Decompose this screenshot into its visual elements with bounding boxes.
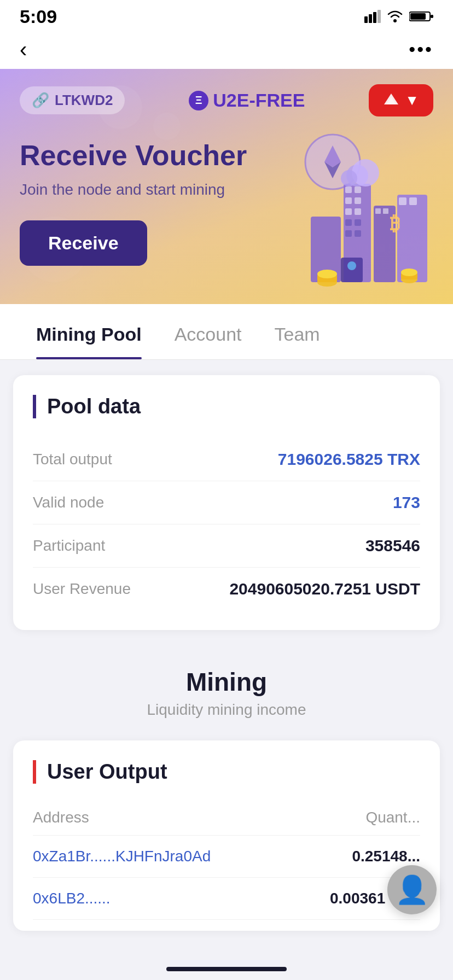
tron-logo [383,92,399,109]
avatar-icon: 👤 [395,874,429,906]
floating-avatar[interactable]: 👤 [387,865,437,914]
user-output-title: User Output [33,760,420,784]
tab-mining-pool[interactable]: Mining Pool [20,304,158,359]
svg-rect-3 [378,10,381,23]
valid-node-row: Valid node 173 [33,481,420,524]
table-row: 0xZa1Br......KJHFnJra0Ad 0.25148... [33,836,420,878]
valid-node-label: Valid node [33,494,104,511]
mining-section: Mining Liquidity mining income [0,645,453,730]
valid-node-value: 173 [393,493,420,512]
table-row: 0x6LB2...... 0.00361 TRX [33,878,420,920]
signal-icon [364,10,381,23]
hero-title: Receive Voucher [20,138,433,172]
participant-row: Participant 358546 [33,524,420,568]
svg-rect-7 [431,15,433,18]
back-button[interactable]: ‹ [20,38,27,60]
pool-data-card: Pool data Total output 7196026.5825 TRX … [13,375,440,630]
total-output-value: 7196026.5825 TRX [278,450,420,469]
status-icons [364,10,433,23]
svg-rect-6 [410,13,426,20]
user-output-card: User Output Address Quant... 0xZa1Br....… [13,740,440,931]
status-time: 5:09 [20,6,57,27]
svg-point-36 [317,270,337,278]
mining-title: Mining [20,667,433,697]
badge-text: LTKWD2 [55,92,113,109]
more-button[interactable]: ••• [409,39,433,60]
battery-icon [409,10,433,23]
total-output-label: Total output [33,451,112,468]
svg-rect-2 [373,12,376,23]
tron-label: ▼ [405,92,419,109]
bottom-indicator [166,967,287,971]
pool-data-title: Pool data [33,395,420,418]
banner-top: 🔗 LTKWD2 Ξ U2E-FREE ▼ [20,84,433,116]
tab-team[interactable]: Team [258,304,336,359]
brand-icon: Ξ [189,91,208,110]
wifi-icon [386,10,404,23]
mining-subtitle: Liquidity mining income [20,701,433,719]
tabs-section: Mining Pool Account Team [0,304,453,360]
row1-address: 0xZa1Br......KJHFnJra0Ad [33,848,211,865]
tab-account[interactable]: Account [158,304,258,359]
nav-bar: ‹ ••• [0,30,453,69]
brand-name: Ξ U2E-FREE [189,90,305,111]
ltkwd-badge[interactable]: 🔗 LTKWD2 [20,86,125,114]
svg-rect-0 [364,16,368,23]
row1-value: 0.25148... [352,848,420,865]
address-header: Address [33,809,89,826]
hero-subtitle: Join the node and start mining [20,181,433,199]
total-output-row: Total output 7196026.5825 TRX [33,438,420,481]
tron-button[interactable]: ▼ [369,84,433,116]
participant-value: 358546 [365,536,420,555]
user-revenue-label: User Revenue [33,580,131,598]
receive-button[interactable]: Receive [20,220,147,266]
svg-rect-1 [369,14,372,23]
hero-banner: 🔗 LTKWD2 Ξ U2E-FREE ▼ Receive Voucher Jo… [0,69,453,304]
svg-point-39 [401,269,417,276]
hero-content: Receive Voucher Join the node and start … [20,138,433,266]
svg-point-4 [393,19,397,22]
link-icon: 🔗 [32,92,49,109]
quantity-header: Quant... [365,809,420,826]
table-header: Address Quant... [33,800,420,836]
participant-label: Participant [33,537,105,555]
row2-address: 0x6LB2...... [33,890,111,907]
status-bar: 5:09 [0,0,453,30]
user-revenue-row: User Revenue 20490605020.7251 USDT [33,568,420,610]
user-revenue-value: 20490605020.7251 USDT [229,580,420,598]
